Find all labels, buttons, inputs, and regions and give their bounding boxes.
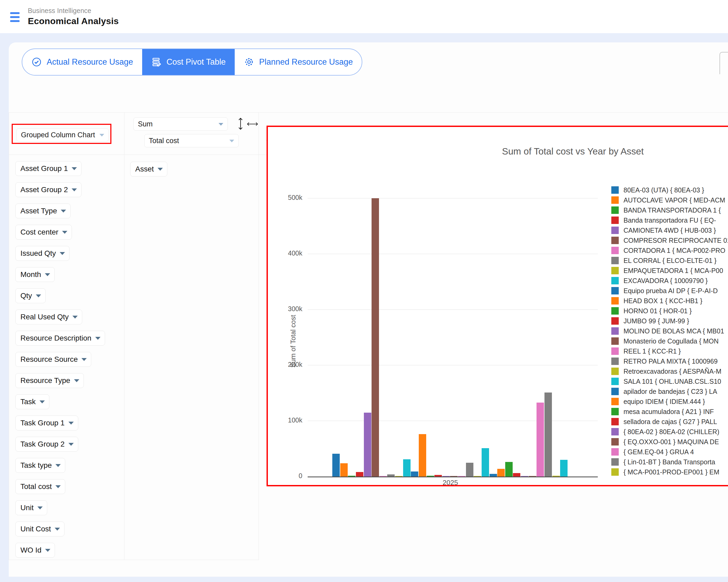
field-chip[interactable]: Asset Group 2 <box>16 182 81 197</box>
chart-bar[interactable] <box>537 403 544 476</box>
legend-item[interactable]: Monasterio de Cogullada { MON <box>611 336 728 346</box>
legend-item[interactable]: EL CORRAL { ELCO-ELTE-01 } <box>611 255 728 266</box>
chart-type-cell: Grouped Column Chart <box>9 112 124 155</box>
legend-label: BANDA TRANSPORTADORA 1 { <box>624 206 721 214</box>
chart-bar[interactable] <box>497 469 505 476</box>
chart-bar[interactable] <box>513 473 520 476</box>
legend-item[interactable]: { GEM.EQ-04 } GRUA 4 <box>611 447 728 457</box>
field-chip[interactable]: Task type <box>16 458 65 473</box>
field-list: Asset Group 1Asset Group 2Asset TypeCost… <box>16 161 105 558</box>
chart-bar[interactable] <box>482 448 489 476</box>
chart-type-select[interactable]: Grouped Column Chart <box>17 128 109 141</box>
chevron-down-icon <box>72 189 77 191</box>
field-chip[interactable]: Resource Description <box>16 331 105 345</box>
legend-item[interactable]: mesa acumuladora { A21 } INF <box>611 407 728 417</box>
legend-item[interactable]: equipo IDIEM { IDIEM.444 } <box>611 396 728 407</box>
field-chip[interactable]: Real Used Qty <box>16 309 82 324</box>
field-chip[interactable]: Unit <box>16 500 47 515</box>
legend-item[interactable]: HEAD BOX 1 { KCC-HB1 } <box>611 296 728 306</box>
chart-bar[interactable] <box>521 476 528 476</box>
chart-bar[interactable] <box>387 474 395 476</box>
chevron-down-icon <box>74 379 79 382</box>
legend-swatch <box>611 358 619 365</box>
tab-actual-resource-usage[interactable]: Actual Resource Usage <box>22 49 142 75</box>
legend-item[interactable]: BANDA TRANSPORTADORA 1 { <box>611 205 728 215</box>
chart-bar[interactable] <box>435 475 442 476</box>
tab-label: Actual Resource Usage <box>47 57 133 67</box>
legend-item[interactable]: HORNO 01 { HOR-01 } <box>611 306 728 316</box>
swap-horizontal-icon[interactable] <box>246 120 258 128</box>
chart-bar[interactable] <box>474 476 481 476</box>
legend-item[interactable]: Retroexcavadoras { AESPAÑA-M <box>611 366 728 376</box>
chart-bar[interactable] <box>419 434 426 476</box>
chart-bar[interactable] <box>505 462 513 476</box>
value-field-select[interactable]: Total cost <box>144 134 239 147</box>
chart-bar[interactable] <box>348 476 355 476</box>
field-chip[interactable]: Month <box>16 267 55 282</box>
field-chip[interactable]: Unit Cost <box>16 522 64 536</box>
hamburger-icon[interactable] <box>10 12 21 22</box>
chart-bar[interactable] <box>411 471 418 476</box>
aggregation-select[interactable]: Sum <box>133 117 228 131</box>
field-chip[interactable]: WO Id <box>16 543 55 558</box>
legend-item[interactable]: SALA 101 { OHL.UNAB.CSL.S10 <box>611 376 728 386</box>
row-chip-asset[interactable]: Asset <box>130 162 167 176</box>
chart-bar[interactable] <box>364 413 371 477</box>
chart-bar[interactable] <box>450 476 458 476</box>
legend-item[interactable]: AUTOCLAVE VAPOR { MED-ACM <box>611 195 728 205</box>
legend-item[interactable]: REEL 1 { KCC-R1 } <box>611 346 728 356</box>
legend-item[interactable]: CORTADORA 1 { MCA-P002-PRO <box>611 245 728 255</box>
field-chip[interactable]: Total cost <box>16 479 65 494</box>
field-chip[interactable]: Resource Source <box>16 352 91 367</box>
field-chip[interactable]: Qty <box>16 288 46 303</box>
legend-item[interactable]: Banda transportadora FU { EQ- <box>611 215 728 225</box>
chart-bar[interactable] <box>403 459 411 476</box>
legend-item[interactable]: JUMBO 99 { JUM-99 } <box>611 316 728 326</box>
chevron-down-icon <box>55 464 61 467</box>
field-chip[interactable]: Asset Type <box>16 203 71 218</box>
legend-item[interactable]: Equipo prueba AI DP { E-P-AI-D <box>611 286 728 296</box>
field-chip[interactable]: Asset Group 1 <box>16 161 81 176</box>
legend-item[interactable]: { EQ.OXXO-001 } MAQUINA DE <box>611 437 728 447</box>
chart-bar[interactable] <box>427 476 434 476</box>
chart-bar[interactable] <box>332 454 340 476</box>
chart-bar[interactable] <box>544 392 552 476</box>
legend-item[interactable]: { MCA-P001-PROD-EP001 } EM <box>611 467 728 477</box>
chart-bar[interactable] <box>552 476 560 476</box>
legend-swatch <box>611 217 619 224</box>
legend-item[interactable]: CAMIONETA 4WD { HUB-003 } <box>611 225 728 235</box>
chart-bar[interactable] <box>340 463 348 476</box>
legend-item[interactable]: selladora de cajas { G27 } PALL <box>611 417 728 427</box>
chart-bar[interactable] <box>395 476 402 476</box>
legend-item[interactable]: 80EA-03 (UTA) { 80EA-03 } <box>611 185 728 195</box>
legend-item[interactable]: apilador de bandejas { C23 } LA <box>611 386 728 396</box>
swap-vertical-icon[interactable] <box>236 117 245 130</box>
legend-item[interactable]: EMPAQUETADORA 1 { MCA-P00 <box>611 266 728 276</box>
field-chip[interactable]: Task <box>16 394 49 409</box>
tab-label: Cost Pivot Table <box>166 57 226 67</box>
legend-item[interactable]: { Lin-01-BT } Banda Transporta <box>611 457 728 467</box>
legend-item[interactable]: { 80EA-02 } 80EA-02 (CHILLER) <box>611 427 728 437</box>
rows-cell: Asset <box>124 155 259 560</box>
legend-item[interactable]: COMPRESOR RECIPROCANTE 01 <box>611 235 728 245</box>
legend-item[interactable]: EXCAVADORA { 10009790 } <box>611 276 728 286</box>
chart-bar[interactable] <box>458 476 465 476</box>
legend-item[interactable]: RETRO PALA MIXTA { 1000969 <box>611 356 728 366</box>
chart-bar[interactable] <box>380 476 387 476</box>
tab-planned-resource-usage[interactable]: Planned Resource Usage <box>235 49 362 75</box>
chart-bar[interactable] <box>466 463 473 477</box>
chart-bar[interactable] <box>490 474 497 477</box>
tab-cost-pivot-table[interactable]: Cost Pivot Table <box>142 49 235 75</box>
chart-bar[interactable] <box>529 476 536 476</box>
chart-bar[interactable] <box>371 198 379 476</box>
field-chip[interactable]: Cost center <box>16 225 72 240</box>
chart-bar[interactable] <box>442 476 450 476</box>
field-chip[interactable]: Task Group 2 <box>16 437 78 452</box>
field-chip[interactable]: Resource Type <box>16 373 84 388</box>
field-chip[interactable]: Task Group 1 <box>16 416 78 431</box>
legend-item[interactable]: MOLINO DE BOLAS MCA { MB01 <box>611 326 728 336</box>
chart-bar[interactable] <box>356 472 363 476</box>
field-chip[interactable]: Issued Qty <box>16 246 70 261</box>
chevron-down-icon <box>81 358 87 361</box>
chart-bar[interactable] <box>560 460 568 476</box>
